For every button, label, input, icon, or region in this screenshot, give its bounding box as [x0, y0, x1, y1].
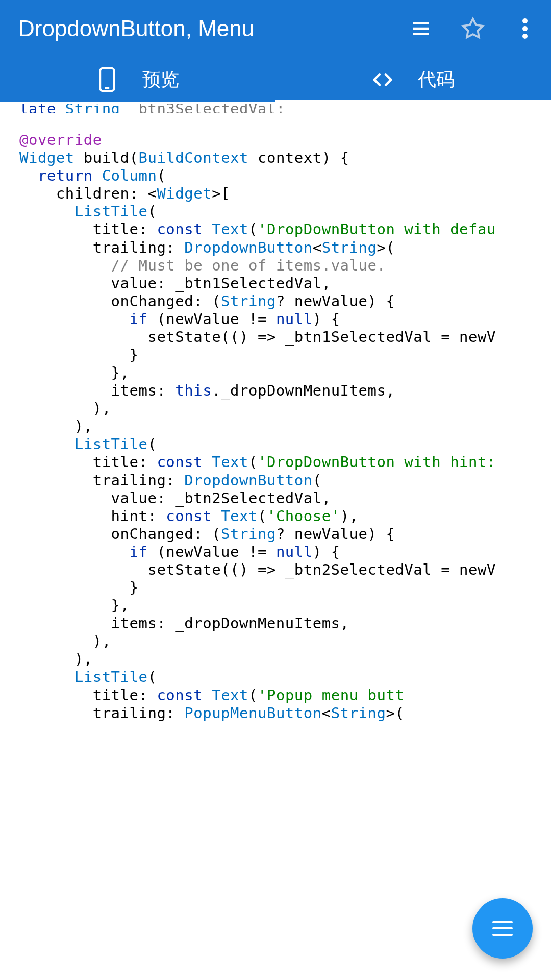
code-partial-line: late String _btn3SelectedVal;	[19, 104, 551, 113]
tab-code[interactable]: 代码	[276, 57, 551, 102]
svg-point-4	[522, 18, 528, 23]
fab-button[interactable]	[472, 898, 533, 959]
favorite-icon[interactable]	[461, 17, 485, 40]
menu-icon	[492, 921, 513, 936]
code-partial-line-text: late String _btn3SelectedVal;	[19, 104, 285, 113]
more-icon[interactable]	[513, 17, 537, 40]
tab-preview[interactable]: 预览	[0, 57, 276, 102]
app-bar: DropdownButton, Menu	[0, 0, 551, 57]
svg-point-6	[522, 34, 528, 39]
code-content: @override Widget build(BuildContext cont…	[19, 113, 551, 722]
app-bar-title: DropdownButton, Menu	[18, 16, 409, 41]
svg-point-5	[522, 26, 528, 31]
code-icon	[372, 69, 393, 90]
tab-preview-label: 预览	[142, 67, 179, 92]
app-bar-actions	[409, 17, 537, 40]
drawer-icon[interactable]	[409, 17, 433, 40]
code-viewer[interactable]: late String _btn3SelectedVal; @override …	[0, 102, 551, 980]
phone-icon	[96, 69, 118, 90]
tab-code-label: 代码	[418, 67, 455, 92]
tab-bar: 预览 代码	[0, 57, 551, 102]
svg-marker-3	[463, 19, 483, 37]
